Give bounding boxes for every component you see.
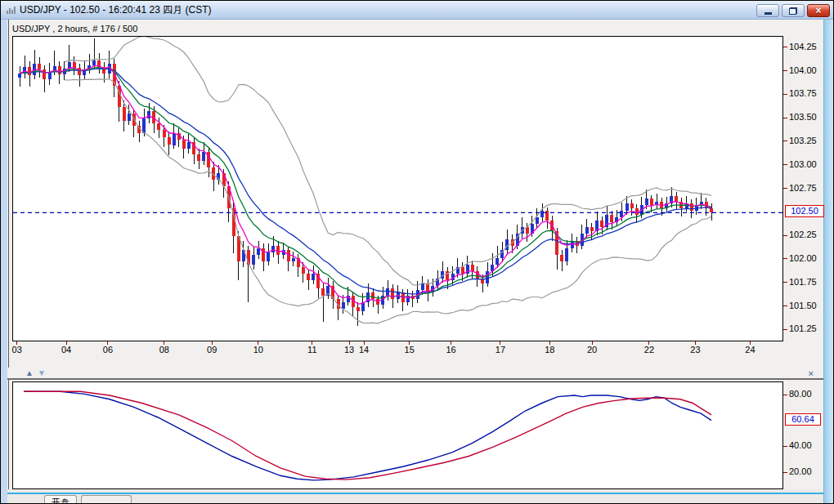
axis-tick: [783, 118, 787, 118]
title-bar[interactable]: USD/JPY - 102.50 - 16:20:41 23 四月 (CST) …: [1, 1, 833, 20]
axis-tick: [783, 446, 787, 447]
time-tick-label: 18: [539, 345, 560, 355]
time-tick-label: 17: [490, 345, 511, 355]
tab-bar: 开盘: [7, 489, 823, 504]
time-tick-label: 04: [56, 345, 77, 355]
axis-tick: [783, 94, 787, 95]
time-tick-label: 06: [97, 345, 119, 355]
price-tick-label: 102.25: [789, 230, 817, 239]
left-frame: [1, 20, 7, 503]
time-tick-label: 22: [639, 345, 660, 355]
axis-tick: [783, 235, 787, 236]
indicator-plot[interactable]: [12, 381, 783, 489]
indicator-axis[interactable]: 80.0040.0020.00: [783, 381, 832, 489]
axis-tick: [783, 188, 787, 189]
price-tick-label: 103.00: [789, 159, 817, 169]
price-tick-label: 101.50: [789, 301, 817, 310]
price-tick-label: 102.75: [789, 183, 817, 193]
main-chart-plot[interactable]: [12, 36, 783, 341]
axis-tick: [783, 140, 787, 141]
close-icon: ×: [815, 5, 821, 16]
time-tick-label: 09: [201, 345, 222, 355]
collapse-up-icon[interactable]: ▲: [25, 369, 34, 377]
window-title: USD/JPY - 102.50 - 16:20:41 23 四月 (CST): [20, 3, 212, 17]
chart-header: USD/JPY , 2 hours, # 176 / 500: [12, 24, 137, 33]
axis-tick: [783, 164, 787, 165]
price-axis[interactable]: 104.25104.00103.75103.50103.25103.00102.…: [783, 36, 832, 341]
indicator-close-icon[interactable]: ×: [809, 368, 814, 378]
axis-tick: [783, 70, 787, 71]
price-tick-label: 102.00: [789, 253, 817, 263]
chart-tab-secondary[interactable]: [81, 495, 132, 504]
chart-icon: [7, 6, 16, 14]
axis-tick: [783, 258, 787, 259]
indicator-tick-label: 80.00: [789, 389, 812, 399]
indicator-value-label: 60.64: [785, 413, 821, 426]
price-tick-label: 103.75: [789, 88, 817, 98]
indicator-tick-label: 40.00: [789, 440, 812, 450]
candlestick-chart: [13, 37, 782, 341]
time-tick-label: 03: [7, 345, 28, 355]
chart-tab[interactable]: 开盘: [44, 495, 77, 504]
restore-icon: [789, 7, 797, 15]
tab-bar-accent: [7, 493, 823, 494]
price-tick-label: 104.25: [789, 42, 817, 51]
panel-separator[interactable]: ▲ ▼ ×: [7, 368, 823, 380]
axis-tick: [783, 47, 787, 47]
time-tick-label: 24: [739, 345, 760, 355]
minimize-button[interactable]: [756, 4, 779, 17]
chart-window: USD/JPY - 102.50 - 16:20:41 23 四月 (CST) …: [0, 0, 834, 504]
axis-tick: [783, 472, 787, 473]
price-tick-label: 104.00: [789, 65, 817, 75]
time-tick-label: 10: [248, 345, 269, 355]
current-price-label: 102.50: [785, 205, 824, 217]
indicator-tick-label: 20.00: [789, 466, 812, 476]
time-tick-label: 14: [353, 345, 374, 355]
close-button[interactable]: ×: [807, 4, 830, 17]
time-tick-label: 20: [581, 345, 603, 355]
axis-tick: [783, 282, 787, 283]
price-tick-label: 101.25: [789, 323, 817, 333]
axis-tick: [783, 306, 787, 306]
time-tick-label: 23: [684, 345, 706, 355]
indicator-chart: [13, 382, 782, 488]
price-tick-label: 103.50: [789, 112, 817, 122]
minimize-icon: [764, 12, 772, 15]
time-tick-label: 16: [441, 345, 462, 355]
collapse-down-icon[interactable]: ▼: [38, 369, 46, 377]
time-tick-label: 08: [154, 345, 175, 355]
restore-button[interactable]: [782, 4, 805, 17]
axis-tick: [783, 395, 787, 395]
price-tick-label: 101.75: [789, 277, 817, 287]
axis-tick: [783, 329, 787, 330]
price-tick-label: 103.25: [789, 136, 817, 145]
time-tick-label: 11: [302, 345, 323, 355]
time-axis[interactable]: 0304060809101113141516171820222324: [12, 341, 789, 355]
time-tick-label: 15: [399, 345, 420, 355]
